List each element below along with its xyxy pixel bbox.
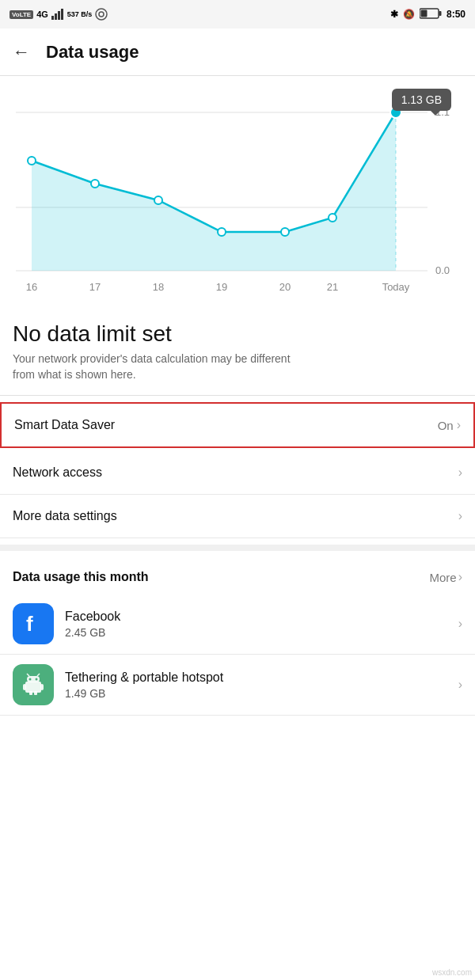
svg-rect-3 (61, 9, 63, 20)
battery-indicator (420, 8, 442, 21)
svg-text:0.0: 0.0 (435, 264, 450, 276)
more-chevron: › (458, 570, 462, 584)
divider-1 (0, 395, 475, 396)
tethering-app-data: 1.49 GB (65, 687, 458, 700)
svg-point-20 (281, 228, 289, 236)
smart-data-saver-value: On › (438, 418, 461, 432)
svg-line-39 (27, 674, 29, 676)
status-left: VoLTE 4G 537 B/s (10, 8, 108, 21)
chart-container: 1.13 GB 1.1 0.0 (0, 76, 475, 312)
svg-point-18 (154, 196, 162, 204)
facebook-app-data: 2.45 GB (65, 626, 458, 639)
back-button[interactable]: ← (13, 42, 30, 63)
facebook-app-name: Facebook (65, 610, 458, 624)
svg-text:Today: Today (382, 281, 410, 293)
svg-point-17 (91, 180, 99, 188)
data-usage-section-title: Data usage this month (13, 570, 149, 584)
settings-circle-icon (95, 8, 108, 21)
svg-rect-1 (55, 13, 57, 20)
data-usage-section-header: Data usage this month More › (0, 557, 475, 594)
svg-text:21: 21 (327, 281, 338, 293)
facebook-app-row[interactable]: f Facebook 2.45 GB › (0, 594, 475, 655)
tethering-app-row[interactable]: Tethering & portable hotspot 1.49 GB › (0, 655, 475, 716)
data-speed: 537 B/s (67, 10, 93, 19)
status-bar: VoLTE 4G 537 B/s ✱ 🔕 8:50 (0, 0, 475, 28)
svg-marker-14 (32, 112, 396, 271)
section-divider (0, 545, 475, 551)
tethering-icon (13, 664, 54, 705)
chart-tooltip: 1.13 GB (392, 89, 451, 111)
svg-rect-33 (40, 684, 44, 690)
svg-rect-2 (58, 11, 60, 20)
facebook-chevron: › (458, 617, 462, 631)
smart-data-saver-row[interactable]: Smart Data Saver On › (0, 402, 475, 448)
chart-svg-wrapper: 1.1 0.0 16 17 18 19 20 21 (13, 97, 462, 306)
svg-rect-36 (27, 676, 40, 682)
svg-rect-32 (23, 684, 26, 690)
network-access-row[interactable]: Network access › (0, 451, 475, 495)
svg-text:19: 19 (216, 281, 227, 293)
network-access-chevron: › (458, 465, 462, 480)
svg-point-38 (36, 678, 38, 681)
facebook-icon: f (13, 603, 54, 644)
network-access-label: Network access (13, 465, 102, 480)
svg-text:16: 16 (26, 281, 37, 293)
svg-text:17: 17 (89, 281, 101, 293)
svg-rect-31 (25, 682, 41, 693)
more-data-settings-right: › (458, 509, 462, 523)
more-label: More (429, 571, 456, 584)
network-type: 4G (36, 9, 48, 19)
tethering-app-info: Tethering & portable hotspot 1.49 GB (65, 670, 458, 700)
svg-rect-35 (34, 691, 37, 695)
smart-data-saver-chevron: › (457, 418, 461, 432)
no-limit-description: Your network provider's data calculation… (13, 351, 298, 382)
volte-badge: VoLTE (10, 10, 33, 19)
facebook-app-info: Facebook 2.45 GB (65, 610, 458, 639)
svg-text:20: 20 (279, 281, 291, 293)
svg-rect-34 (29, 691, 32, 695)
no-limit-title: No data limit set (13, 321, 462, 347)
svg-point-37 (29, 678, 32, 681)
smart-data-saver-label: Smart Data Saver (14, 418, 115, 432)
data-chart: 1.1 0.0 16 17 18 19 20 21 (13, 97, 462, 302)
network-access-right: › (458, 465, 462, 480)
svg-point-5 (99, 12, 104, 17)
more-data-settings-label: More data settings (13, 509, 117, 523)
svg-point-21 (329, 214, 336, 222)
time-display: 8:50 (446, 9, 466, 20)
svg-point-16 (28, 157, 36, 165)
signal-icon (51, 9, 64, 20)
no-limit-section: No data limit set Your network provider'… (0, 312, 475, 389)
svg-rect-8 (420, 9, 427, 17)
watermark: wsxdn.com (432, 968, 472, 977)
more-data-settings-chevron: › (458, 509, 462, 523)
status-right: ✱ 🔕 8:50 (390, 8, 466, 21)
svg-rect-7 (439, 11, 441, 16)
svg-rect-0 (51, 16, 54, 20)
top-bar: ← Data usage (0, 28, 475, 76)
more-button[interactable]: More › (429, 570, 462, 584)
svg-text:18: 18 (153, 281, 164, 293)
svg-point-4 (96, 9, 107, 20)
svg-point-19 (218, 228, 226, 236)
tethering-app-name: Tethering & portable hotspot (65, 670, 458, 685)
page-title: Data usage (46, 42, 139, 63)
svg-line-40 (37, 674, 40, 676)
mute-icon: 🔕 (403, 9, 415, 20)
more-data-settings-row[interactable]: More data settings › (0, 495, 475, 538)
bluetooth-icon: ✱ (390, 9, 398, 20)
tethering-chevron: › (458, 678, 462, 692)
settings-list: Smart Data Saver On › Network access › M… (0, 402, 475, 538)
svg-text:f: f (26, 612, 33, 636)
